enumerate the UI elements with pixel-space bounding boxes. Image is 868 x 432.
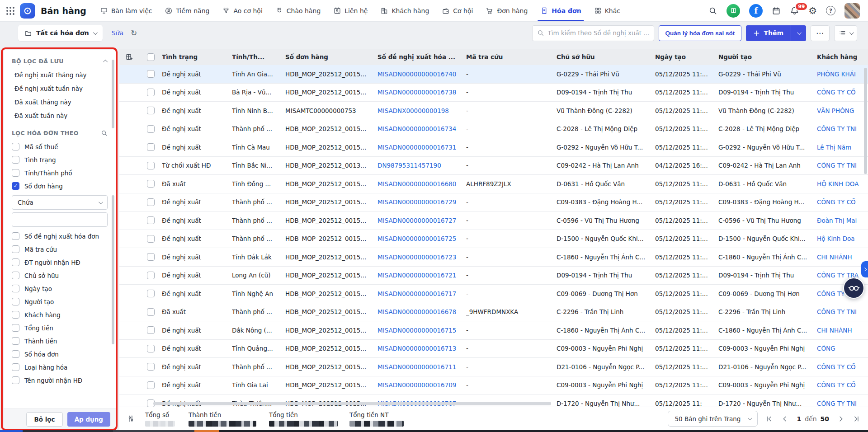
table-row[interactable]: Đề nghị xuất Thành phố ... HDB_MOP_20251… bbox=[119, 193, 868, 212]
clear-filter-button[interactable]: Bỏ lọc bbox=[26, 412, 62, 427]
help-icon[interactable]: ? bbox=[826, 6, 835, 15]
checkbox[interactable] bbox=[12, 182, 19, 190]
filter-field[interactable]: Người tạo bbox=[11, 295, 108, 308]
col-header-creator[interactable]: Người tạo bbox=[718, 53, 817, 61]
docs-app-icon[interactable] bbox=[726, 4, 740, 18]
col-header-status[interactable]: Tình trạng bbox=[162, 53, 232, 61]
cell-customer-link[interactable]: Đoàn Thị Mai bbox=[817, 217, 868, 224]
filter-field[interactable]: Số đơn hàng bbox=[11, 179, 108, 193]
view-selector[interactable]: Tất cả hóa đơn bbox=[18, 25, 103, 41]
table-row[interactable]: Đề nghị xuất Thành phố ... HDB_MOP_20251… bbox=[119, 211, 868, 230]
insert-column-icon[interactable] bbox=[119, 53, 139, 61]
table-row[interactable]: Đề nghị xuất Thành phố ... HDB_MOP_20251… bbox=[119, 230, 868, 249]
row-checkbox[interactable] bbox=[139, 143, 162, 151]
cell-request-no-link[interactable]: MISADN00000000016725 bbox=[377, 235, 466, 242]
cell-request-no-link[interactable]: MISADN00000000016680 bbox=[377, 180, 466, 188]
nav-item-ao-co-hoi[interactable]: Ao cơ hội bbox=[222, 0, 262, 21]
nav-item-ban-lam-viec[interactable]: Bàn làm việc bbox=[100, 0, 152, 21]
row-checkbox[interactable] bbox=[139, 290, 162, 297]
row-checkbox[interactable] bbox=[139, 216, 162, 224]
cell-request-no-link[interactable]: DN98795311457190 bbox=[377, 162, 466, 169]
select-all-checkbox[interactable] bbox=[139, 53, 162, 61]
cell-customer-link[interactable]: CHI NHÁNH bbox=[817, 254, 868, 261]
filter-field[interactable]: Tên người nhận HĐ bbox=[11, 374, 108, 387]
saved-filter-item[interactable]: Đã xuất tuần này bbox=[11, 109, 108, 122]
manage-invalid-invoices-button[interactable]: Quản lý hóa đơn sai sót bbox=[659, 25, 742, 41]
checkbox[interactable] bbox=[12, 376, 19, 384]
next-page-button[interactable] bbox=[837, 415, 844, 423]
checkbox[interactable] bbox=[12, 298, 19, 305]
table-row[interactable]: Đề nghị xuất Tỉnh Đắk Lắk HDB_MOP_202512… bbox=[119, 248, 868, 267]
table-row[interactable]: Đề nghị xuất Đắk Nông (... HDB_MOP_20251… bbox=[119, 321, 868, 340]
cell-customer-link[interactable]: CÔNG TY CỔ bbox=[817, 89, 868, 96]
table-horizontal-scrollbar[interactable] bbox=[153, 402, 551, 405]
saved-filter-item[interactable]: Đề nghị xuất tuần này bbox=[11, 82, 108, 95]
facebook-icon[interactable]: f bbox=[749, 4, 763, 18]
row-checkbox[interactable] bbox=[139, 125, 162, 133]
filter-field[interactable]: Mã số thuế bbox=[11, 140, 108, 153]
cell-customer-link[interactable]: CÔNG TY TNI bbox=[817, 308, 868, 315]
row-checkbox[interactable] bbox=[139, 272, 162, 279]
table-row[interactable]: Đã xuất Thành phố ... HDB_MOP_202512_001… bbox=[119, 303, 868, 322]
filter-field[interactable]: Ngày tạo bbox=[11, 282, 108, 295]
cell-request-no-link[interactable]: MISADN00000000016727 bbox=[377, 217, 466, 224]
col-header-created-date[interactable]: Ngày tạo bbox=[655, 53, 718, 61]
cell-customer-link[interactable]: CÔNG bbox=[817, 345, 868, 352]
checkbox[interactable] bbox=[12, 311, 19, 319]
search-icon[interactable] bbox=[101, 130, 108, 136]
add-dropdown-caret[interactable] bbox=[791, 25, 806, 41]
table-row[interactable]: Đề nghị xuất Tỉnh Quảng... HDB_MOP_20251… bbox=[119, 340, 868, 358]
cell-request-no-link[interactable]: MISADN00000000016717 bbox=[377, 290, 466, 297]
cell-request-no-link[interactable]: MISADN00000000016711 bbox=[377, 363, 466, 371]
table-row[interactable]: Đề nghị xuất Bà Rịa - Vũ... HDB_MOP_2025… bbox=[119, 84, 868, 102]
row-checkbox[interactable] bbox=[139, 308, 162, 316]
checkbox[interactable] bbox=[12, 258, 19, 266]
row-checkbox[interactable] bbox=[139, 381, 162, 389]
saved-filters-header[interactable]: BỘ LỌC ĐÃ LƯU bbox=[11, 55, 108, 68]
filter-field[interactable]: Số hóa đơn bbox=[11, 347, 108, 361]
table-row[interactable]: Đề nghị xuất Tỉnh An Gia... HDB_MOP_2025… bbox=[119, 65, 868, 84]
table-row[interactable]: Đề nghị xuất Thành phố ... HDB_MOP_20251… bbox=[119, 120, 868, 139]
checkbox[interactable] bbox=[12, 143, 19, 150]
nav-item-khach-hang[interactable]: Khách hàng bbox=[380, 0, 429, 21]
notifications-bell-icon[interactable]: 99 bbox=[790, 6, 799, 15]
row-checkbox[interactable] bbox=[139, 89, 162, 96]
checkbox[interactable] bbox=[12, 232, 19, 240]
table-row[interactable]: Đề nghị xuất Tỉnh Ninh B... MISAMTC00000… bbox=[119, 102, 868, 120]
checkbox[interactable] bbox=[12, 324, 19, 332]
add-button[interactable]: +Thêm bbox=[746, 25, 806, 41]
filter-value-input[interactable] bbox=[18, 216, 102, 223]
expand-panel-tab[interactable] bbox=[861, 261, 868, 277]
edit-view-link[interactable]: Sửa bbox=[112, 29, 123, 37]
cell-customer-link[interactable]: Lê Thị Năm bbox=[817, 144, 868, 151]
global-search-icon[interactable] bbox=[708, 6, 717, 15]
summary-settings-icon[interactable] bbox=[127, 414, 135, 423]
cell-customer-link[interactable]: HỘ KINH DOA bbox=[817, 180, 868, 188]
cell-customer-link[interactable]: PHÒNG KHÁI bbox=[817, 70, 868, 78]
cell-request-no-link[interactable]: MISADN00000000016678 bbox=[377, 308, 466, 315]
table-vertical-scrollbar[interactable] bbox=[864, 68, 867, 174]
cell-request-no-link[interactable]: MISADN00000000016721 bbox=[377, 272, 466, 279]
checkbox[interactable] bbox=[12, 245, 19, 253]
checkbox[interactable] bbox=[12, 156, 19, 164]
cell-customer-link[interactable]: VĂN PHÒNG bbox=[817, 107, 868, 114]
nav-item-co-hoi[interactable]: Cơ hội bbox=[442, 0, 473, 21]
table-row[interactable]: Đã xuất Tỉnh Đồng ... HDB_MOP_202512_001… bbox=[119, 175, 868, 193]
sidebar-scrollbar-thumb[interactable] bbox=[112, 60, 114, 128]
table-row[interactable]: Đề nghị xuất Tỉnh Cà Mau HDB_MOP_202512_… bbox=[119, 138, 868, 157]
checkbox[interactable] bbox=[12, 350, 19, 358]
cell-customer-link[interactable]: CÔNG TY TNI bbox=[817, 400, 868, 407]
nav-item-tiem-nang[interactable]: Tiềm năng bbox=[165, 0, 209, 21]
row-checkbox[interactable] bbox=[139, 326, 162, 334]
cell-request-no-link[interactable]: MISADN00000000016734 bbox=[377, 125, 466, 132]
filter-field[interactable]: Khách hàng bbox=[11, 308, 108, 321]
col-header-province[interactable]: Tỉnh/Th... bbox=[232, 53, 285, 61]
cell-customer-link[interactable]: CÔNG TY TNI bbox=[817, 125, 868, 132]
row-checkbox[interactable] bbox=[139, 162, 162, 169]
cell-request-no-link[interactable]: MISADN00000000016715 bbox=[377, 327, 466, 334]
cell-request-no-link[interactable]: MISADN00000000016709 bbox=[377, 381, 466, 389]
nav-item-hoa-don[interactable]: Hóa đơn bbox=[540, 0, 581, 21]
more-actions-button[interactable]: ⋯ bbox=[811, 25, 830, 41]
row-checkbox[interactable] bbox=[139, 107, 162, 114]
checkbox[interactable] bbox=[12, 337, 19, 345]
